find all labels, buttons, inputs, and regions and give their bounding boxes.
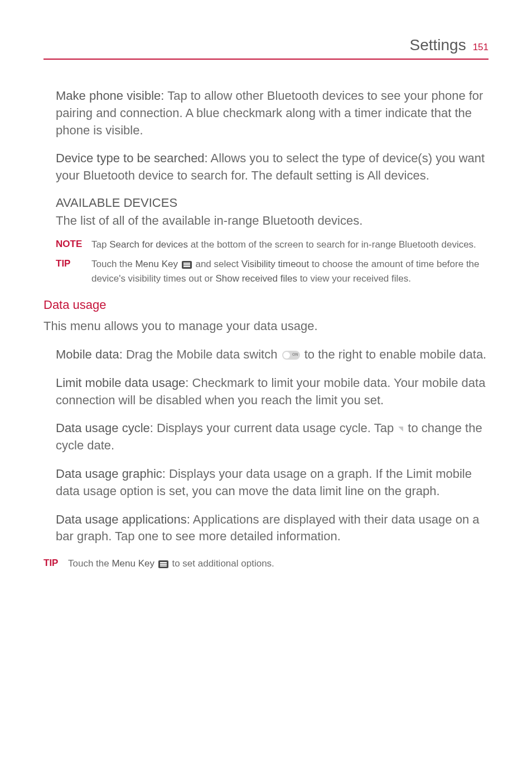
- text-fragment: Touch the: [68, 558, 112, 569]
- header-title: Settings: [409, 36, 466, 54]
- page-header: Settings 151: [43, 36, 489, 60]
- tip-block-bottom: TIP Touch the Menu Key to set additional…: [43, 556, 489, 571]
- paragraph-limit-mobile-data: Limit mobile data usage: Checkmark to li…: [56, 375, 489, 409]
- paragraph-mobile-data: Mobile data: Drag the Mobile data switch…: [56, 346, 489, 364]
- label: Data usage cycle:: [56, 421, 153, 435]
- text-fragment: to set additional options.: [170, 558, 274, 569]
- paragraph-device-type: Device type to be searched: Allows you t…: [56, 150, 489, 185]
- paragraph-data-usage-cycle: Data usage cycle: Displays your current …: [56, 420, 489, 454]
- data-usage-intro: This menu allows you to manage your data…: [43, 318, 489, 335]
- text-fragment: and select: [193, 259, 241, 269]
- available-devices-heading: AVAILABLE DEVICES: [56, 196, 489, 210]
- strong-text: Visibility timeout: [241, 259, 309, 269]
- menu-key-icon: [158, 560, 168, 568]
- menu-key-icon: [182, 261, 192, 269]
- tip-label: TIP: [56, 257, 91, 269]
- switch-icon: [282, 351, 300, 360]
- strong-text: Menu Key: [135, 259, 178, 269]
- page-number: 151: [473, 42, 489, 53]
- paragraph-make-phone-visible: Make phone visible: Tap to allow other B…: [56, 88, 489, 139]
- text-fragment: Displays your current data usage cycle. …: [153, 421, 397, 435]
- data-usage-heading: Data usage: [43, 298, 489, 312]
- dropdown-triangle-icon: [398, 427, 403, 432]
- label: Mobile data:: [56, 347, 123, 361]
- tip-label: TIP: [43, 556, 68, 569]
- paragraph-data-usage-graphic: Data usage graphic: Displays your data u…: [56, 466, 489, 500]
- label: Make phone visible:: [56, 89, 164, 103]
- available-devices-text: The list of all of the available in-rang…: [56, 212, 489, 230]
- strong-text: Search for devices: [109, 239, 188, 250]
- label: Limit mobile data usage:: [56, 376, 188, 390]
- paragraph-data-usage-applications: Data usage applications: Applications ar…: [56, 511, 489, 546]
- strong-text: Show received files: [215, 273, 297, 284]
- label: Device type to be searched:: [56, 151, 208, 165]
- text-fragment: to view your received files.: [297, 273, 411, 284]
- text-fragment: Touch the: [91, 259, 135, 269]
- note-label: NOTE: [56, 238, 91, 250]
- strong-text: Menu Key: [112, 558, 154, 569]
- text-fragment: Tap: [91, 239, 109, 250]
- tip-block: TIP Touch the Menu Key and select Visibi…: [56, 257, 489, 285]
- text-fragment: at the bottom of the screen to search fo…: [188, 239, 476, 250]
- label: Data usage graphic:: [56, 467, 166, 481]
- tip-text: Touch the Menu Key and select Visibility…: [91, 257, 489, 285]
- text-fragment: to the right to enable mobile data.: [301, 347, 487, 361]
- note-block: NOTE Tap Search for devices at the botto…: [56, 238, 489, 252]
- tip-text: Touch the Menu Key to set additional opt…: [68, 556, 489, 571]
- text-fragment: Drag the Mobile data switch: [123, 347, 281, 361]
- note-text: Tap Search for devices at the bottom of …: [91, 238, 489, 252]
- label: Data usage applications:: [56, 512, 190, 526]
